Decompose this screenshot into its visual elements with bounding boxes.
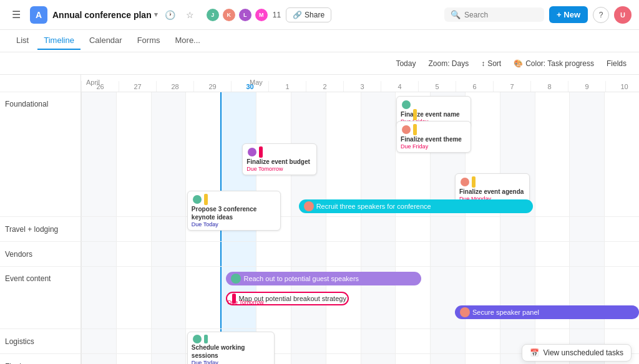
april-label: April [86, 79, 100, 86]
sidebar-item-foundational: Foundational [0, 92, 80, 217]
title-chevron-icon: ▾ [154, 11, 158, 19]
task-reach-out-speakers[interactable]: Reach out to potential guest speakers [226, 272, 421, 285]
avatar-group: J K L M 11 [205, 7, 281, 22]
task-recruit-speakers[interactable]: Recruit three speakers for conference [299, 199, 533, 213]
color-icon: 🎨 [514, 59, 523, 68]
topbar: ☰ A Annual conference plan ▾ 🕐 ☆ J K L M… [0, 0, 639, 30]
sidebar-item-logistics: Logistics [0, 329, 80, 354]
day-2: 2 [306, 81, 343, 92]
today-button[interactable]: Today [391, 57, 421, 70]
help-button[interactable]: ? [593, 7, 609, 23]
calendar-icon: 📅 [530, 348, 539, 357]
share-button[interactable]: 🔗 Share [286, 7, 331, 22]
day-4: 4 [381, 81, 418, 92]
sort-icon: ↕ [481, 59, 485, 68]
day-3: 3 [343, 81, 381, 92]
sidebar-item-travel: Travel + lodging [0, 217, 80, 242]
app-icon: A [30, 6, 47, 24]
tab-forms[interactable]: Forms [131, 32, 167, 50]
day-28: 28 [156, 81, 193, 92]
project-title: Annual conference plan ▾ [52, 10, 158, 20]
sidebar: Foundational Travel + lodging Vendors Ev… [0, 75, 81, 364]
search-input[interactable] [464, 11, 538, 19]
tab-timeline[interactable]: Timeline [37, 32, 80, 50]
main-area: Foundational Travel + lodging Vendors Ev… [0, 75, 639, 364]
zoom-button[interactable]: Zoom: Days [423, 57, 474, 70]
star-icon[interactable]: ☆ [183, 7, 198, 22]
task-secure-speaker-panel[interactable]: Secure speaker panel [455, 305, 639, 319]
sort-button[interactable]: ↕ Sort [476, 57, 506, 70]
task-finalize-event-budget[interactable]: Finalize event budget Due Tomorrow [242, 143, 317, 175]
avatar: L [238, 7, 253, 22]
avatar: K [222, 7, 237, 22]
day-29: 29 [193, 81, 231, 92]
sidebar-item-vendors: Vendors [0, 242, 80, 267]
nav-tabs: List Timeline Calendar Forms More... [0, 30, 639, 52]
timeline-area: April May 26 27 28 29 30 1 2 3 4 5 6 7 8… [81, 75, 639, 364]
task-finalize-event-theme[interactable]: Finalize event theme Due Friday [396, 121, 471, 153]
may-label: May [250, 79, 263, 86]
new-button[interactable]: + New [549, 6, 588, 23]
toolbar-right: Today Zoom: Days ↕ Sort 🎨 Color: Task pr… [391, 57, 632, 70]
clock-icon[interactable]: 🕐 [163, 7, 178, 22]
day-10: 10 [605, 81, 639, 92]
avatar: M [254, 7, 269, 22]
day-1: 1 [268, 81, 306, 92]
day-6: 6 [456, 81, 493, 92]
search-box[interactable]: 🔍 [444, 7, 544, 22]
color-button[interactable]: 🎨 Color: Task progress [509, 57, 599, 70]
day-5: 5 [418, 81, 456, 92]
day-7: 7 [493, 81, 530, 92]
tab-list[interactable]: List [10, 32, 35, 50]
fields-button[interactable]: Fields [602, 57, 632, 70]
day-27: 27 [119, 81, 156, 92]
sidebar-item-final-prep: Final prep [0, 354, 80, 364]
tab-more[interactable]: More... [169, 32, 207, 50]
map-out-due: Due Tomorrow [227, 299, 263, 305]
tab-calendar[interactable]: Calendar [83, 32, 129, 50]
date-header: April May 26 27 28 29 30 1 2 3 4 5 6 7 8… [81, 75, 639, 92]
day-8: 8 [530, 81, 568, 92]
toolbar: Today Zoom: Days ↕ Sort 🎨 Color: Task pr… [0, 52, 639, 75]
avatar-count: 11 [273, 11, 281, 19]
day-9: 9 [568, 81, 605, 92]
share-icon: 🔗 [293, 11, 302, 19]
unscheduled-banner[interactable]: 📅 View unscheduled tasks [522, 344, 632, 362]
user-avatar[interactable]: U [614, 6, 632, 24]
menu-icon[interactable]: ☰ [7, 6, 25, 24]
sidebar-item-event-content: Event content [0, 267, 80, 329]
search-icon: 🔍 [451, 10, 461, 19]
avatar: J [205, 7, 220, 22]
